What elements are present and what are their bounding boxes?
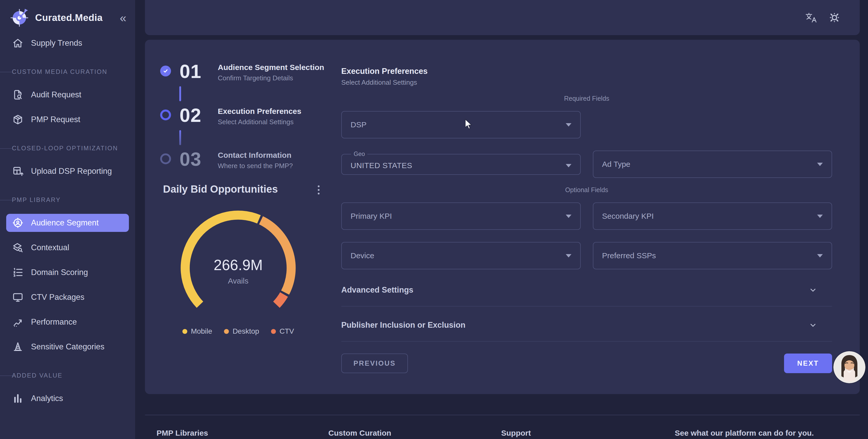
step-connector (179, 130, 181, 145)
sidebar-item-audience-segment[interactable]: Audience Segment (6, 214, 129, 232)
secondary-kpi-select[interactable]: Secondary KPI (593, 202, 832, 230)
sidebar-item-label: Audience Segment (31, 218, 99, 227)
legend-item-desktop[interactable]: Desktop (224, 327, 259, 336)
sidebar-item-pmp-request[interactable]: PMP Request (6, 111, 129, 129)
sidebar-item-ctv-packages[interactable]: CTV Packages (6, 288, 129, 306)
publisher-inclusion-accordion: Publisher Inclusion or Exclusion (341, 320, 832, 342)
chevron-down-icon (566, 123, 571, 127)
ad-type-placeholder: Ad Type (602, 160, 630, 169)
sidebar-item-contextual[interactable]: Contextual (6, 239, 129, 257)
gauge-center-label: Avails (178, 277, 299, 285)
gauge-title: Daily Bid Opportunities (163, 183, 278, 195)
accordion-label: Publisher Inclusion or Exclusion (341, 320, 466, 330)
user-avatar[interactable] (833, 351, 865, 383)
geo-value: UNITED STATES (350, 161, 412, 170)
step-audience-segment-selection[interactable]: 01 Audience Segment Selection Confirm Ta… (159, 61, 341, 82)
sidebar-section-title: ADDED VALUE (6, 372, 129, 379)
brand-logo-icon (10, 8, 29, 28)
gauge-segment-ctv (276, 295, 284, 305)
geo-select[interactable]: Geo UNITED STATES (341, 151, 581, 175)
sidebar-collapse-icon[interactable]: « (120, 12, 128, 24)
sidebar-item-label: Upload DSP Reporting (31, 166, 112, 176)
ad-type-select[interactable]: Ad Type (593, 151, 832, 178)
legend-item-ctv[interactable]: CTV (271, 327, 294, 336)
publisher-inclusion-toggle[interactable]: Publisher Inclusion or Exclusion (341, 320, 832, 330)
dsp-select[interactable]: DSP (341, 111, 581, 138)
sidebar-item-label: Domain Scoring (31, 268, 88, 277)
legend-dot-icon (271, 329, 276, 334)
bar-chart-icon (12, 393, 24, 404)
chevron-down-icon (809, 286, 817, 294)
sidebar-section-title: CUSTOM MEDIA CURATION (6, 68, 129, 75)
main-panel: 01 Audience Segment Selection Confirm Ta… (145, 40, 860, 394)
chevron-down-icon (566, 254, 571, 257)
package-icon (12, 114, 24, 126)
sidebar-item-supply-trends[interactable]: Supply Trends (6, 34, 129, 52)
footer-links: PMP LibrariesCustom CurationSupportSee w… (145, 415, 860, 438)
accordion-label: Advanced Settings (341, 285, 413, 295)
tv-monitor-icon (12, 291, 24, 303)
upload-table-icon (12, 165, 24, 177)
optional-fields-label: Optional Fields (341, 186, 832, 194)
ordered-list-icon (12, 266, 24, 278)
step-contact-information[interactable]: 03 Contact Information Where to send the… (159, 149, 341, 170)
step-number: 02 (180, 106, 210, 125)
legend-label: Desktop (232, 327, 259, 336)
advanced-settings-toggle[interactable]: Advanced Settings (341, 285, 832, 295)
step-upcoming-ring-icon (160, 153, 171, 164)
dsp-placeholder: DSP (350, 120, 367, 129)
sidebar-item-domain-scoring[interactable]: Domain Scoring (6, 263, 129, 281)
wizard-column: 01 Audience Segment Selection Confirm Ta… (145, 40, 341, 394)
legend-dot-icon (182, 329, 187, 334)
previous-button[interactable]: PREVIOUS (341, 353, 408, 373)
sidebar-item-upload-dsp-reporting[interactable]: Upload DSP Reporting (6, 162, 129, 180)
traffic-cone-icon (12, 341, 24, 353)
preferred-ssps-select[interactable]: Preferred SSPs (593, 242, 832, 269)
sidebar-item-label: Audit Request (31, 90, 82, 99)
sidebar-item-audit-request[interactable]: Audit Request (6, 86, 129, 104)
sidebar-item-sensitive-categories[interactable]: Sensitive Categories (6, 338, 129, 356)
divider (341, 341, 832, 342)
translate-icon[interactable] (805, 11, 817, 24)
primary-kpi-select[interactable]: Primary KPI (341, 202, 581, 230)
footer-link-see-what-our-platform-can-do-for-you[interactable]: See what our platform can do for you. (675, 429, 814, 437)
step-title: Execution Preferences (218, 107, 301, 116)
contextual-tags-icon (12, 242, 24, 254)
footer-link-support[interactable]: Support (501, 429, 531, 437)
step-subtitle: Confirm Targeting Details (218, 74, 324, 82)
legend-label: CTV (280, 327, 294, 336)
step-title: Audience Segment Selection (218, 63, 324, 72)
legend-item-mobile[interactable]: Mobile (182, 327, 212, 336)
gauge-legend: MobileDesktopCTV (178, 327, 299, 336)
advanced-settings-accordion: Advanced Settings (341, 285, 832, 307)
app-title: Curated.Media (35, 12, 102, 23)
chevron-down-icon (809, 321, 817, 329)
theme-brightness-icon[interactable] (828, 11, 841, 24)
sidebar-item-label: CTV Packages (31, 292, 85, 302)
sidebar-item-label: Performance (31, 317, 77, 327)
brand: Curated.Media « (0, 0, 135, 28)
legend-dot-icon (224, 329, 229, 334)
kebab-menu-icon[interactable] (315, 183, 322, 196)
topbar (145, 0, 860, 35)
footer-link-custom-curation[interactable]: Custom Curation (328, 429, 391, 437)
step-execution-preferences[interactable]: 02 Execution Preferences Select Addition… (159, 105, 341, 126)
sidebar-item-label: Supply Trends (31, 38, 82, 48)
step-connector (179, 86, 181, 101)
footer-link-pmp-libraries[interactable]: PMP Libraries (157, 429, 208, 437)
sidebar-item-performance[interactable]: Performance (6, 313, 129, 331)
sidebar-nav: Supply TrendsCUSTOM MEDIA CURATIONAudit … (0, 34, 135, 407)
sidebar-item-label: Analytics (31, 394, 63, 403)
step-complete-check-icon (160, 66, 171, 76)
execution-preferences-form: Execution Preferences Select Additional … (341, 40, 860, 394)
sidebar: Curated.Media « Supply TrendsCUSTOM MEDI… (0, 0, 135, 439)
divider (341, 306, 832, 307)
gauge-center-value: 266.9M (178, 256, 299, 274)
sidebar-item-analytics[interactable]: Analytics (6, 389, 129, 407)
primary-kpi-placeholder: Primary KPI (350, 212, 392, 221)
legend-label: Mobile (191, 327, 212, 336)
next-button[interactable]: NEXT (784, 353, 832, 373)
device-select[interactable]: Device (341, 242, 581, 269)
chevron-down-icon (817, 163, 823, 166)
step-subtitle: Select Additional Settings (218, 118, 301, 126)
